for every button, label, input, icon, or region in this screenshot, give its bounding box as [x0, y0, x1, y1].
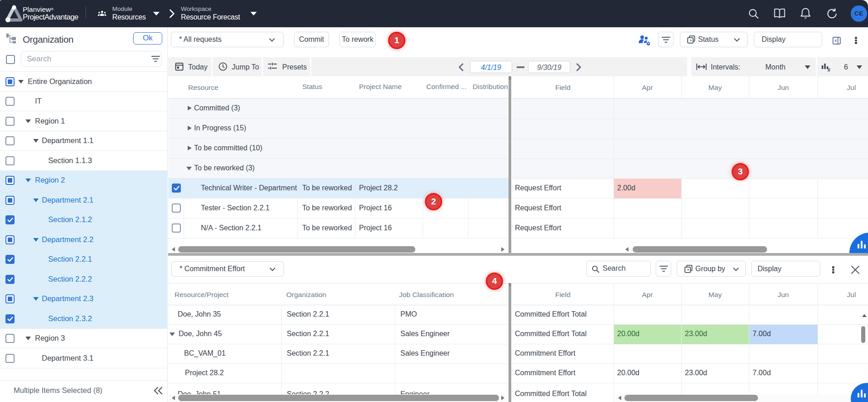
svg-text:#: #: [828, 67, 830, 72]
